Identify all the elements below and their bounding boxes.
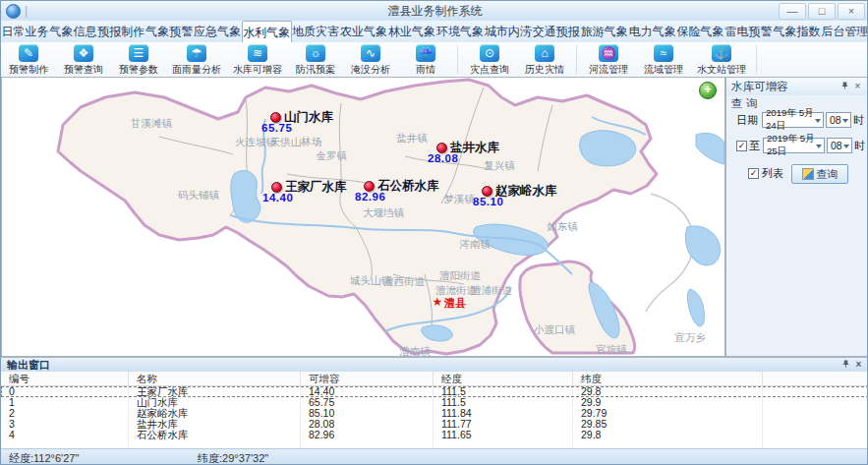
tab-5[interactable]: 应急气象 [194, 21, 242, 42]
alert-params-button[interactable]: ☰预警参数 [111, 42, 166, 77]
tab-16[interactable]: 雷电预警 [724, 21, 773, 42]
tab-17[interactable]: 气象指数 [773, 21, 821, 42]
reservoir-marker[interactable]: 石公桥水库82.96 [355, 178, 473, 203]
reservoir-marker[interactable]: 盐井水库28.08 [428, 140, 546, 165]
maximize-button[interactable]: □ [808, 3, 836, 20]
column-header[interactable]: 纬度 [573, 372, 763, 385]
disaster-history-button[interactable]: ⌂历史灾情 [517, 42, 572, 77]
column-header[interactable]: 可增容 [301, 372, 434, 385]
hour-from-combo[interactable]: 08 [826, 112, 851, 128]
tab-13[interactable]: 旅游气象 [580, 21, 628, 42]
tab-11[interactable]: 城市内涝 [484, 21, 532, 42]
hour-to-combo[interactable]: 08 [827, 138, 852, 153]
table-row[interactable]: 3盐井水库28.08111.7729.85 [1, 419, 868, 430]
column-header[interactable]: 经度 [434, 372, 573, 385]
reservoir-name: 王家厂水库 [285, 179, 347, 196]
reservoir-capacity-panel: 水库可增容 × 查 询 日期 2019年 5月24日 08 时 至 2019年 … [725, 77, 868, 357]
town-label: 涔南镇 [459, 238, 491, 252]
tab-18[interactable]: 后台管理 [821, 21, 868, 42]
tab-2[interactable]: 气象信息 [49, 21, 97, 42]
tab-8[interactable]: 农业气象 [340, 21, 388, 42]
rain-drops-icon: ☔ [416, 44, 435, 62]
river-mgmt-button[interactable]: ♒河流管理 [581, 42, 636, 77]
town-label: 澧阳街道 [439, 269, 481, 283]
town-label: 官垸镇 [596, 343, 627, 357]
status-longitude: 经度:112°6'27" [9, 451, 198, 465]
alert-edit-icon: ✎ [19, 44, 38, 62]
table-row[interactable]: 4石公桥水库82.96111.6529.8 [1, 430, 868, 440]
town-label: 宜万乡 [674, 331, 706, 345]
flood-plan-button[interactable]: ☼防汛预案 [288, 42, 343, 77]
panel-title: 水库可增容 [731, 80, 788, 94]
tab-14[interactable]: 电力气象 [628, 21, 676, 42]
table-cell: 111.77 [434, 419, 573, 430]
date-to-combo[interactable]: 2019年 5月25日 [763, 138, 825, 153]
tab-3[interactable]: 预报制作 [97, 21, 145, 42]
table-row[interactable]: 2赵家峪水库85.10111.8429.79 [1, 408, 868, 419]
disaster-point-button[interactable]: ⊙灾点查询 [462, 42, 517, 77]
table-cell: 29.8 [573, 386, 763, 397]
rain-gauge-icon: ☂ [187, 44, 206, 62]
table-cell: 29.85 [573, 419, 763, 430]
hydro-station-icon: ⚓ [712, 44, 731, 62]
params-list-icon: ☰ [129, 44, 148, 62]
river-sailboat-icon: ♒ [599, 44, 618, 62]
close-panel-icon[interactable]: × [851, 81, 864, 93]
query-button[interactable]: 查询 [791, 164, 848, 184]
map-panel: 甘溪滩镇码头铺镇火连坡镇天供山林场金罗镇盐井镇复兴镇梦溪镇大堰垱镇涔南镇如东镇城… [1, 77, 725, 357]
tab-9[interactable]: 林业气象 [388, 21, 436, 42]
pin-icon[interactable] [839, 81, 851, 93]
reservoir-marker[interactable]: 赵家峪水库85.10 [473, 183, 591, 208]
reservoir-waves-icon: ≋ [248, 44, 267, 62]
town-label: 如东镇 [547, 220, 578, 234]
tab-12[interactable]: 交通预报 [532, 21, 580, 42]
output-close-icon[interactable]: × [852, 359, 865, 372]
area-rainfall-button[interactable]: ☂面雨量分析 [166, 42, 227, 77]
minimize-button[interactable]: — [779, 3, 806, 20]
town-label: 甘溪滩镇 [131, 117, 172, 131]
close-button[interactable]: × [838, 3, 865, 20]
inundation-analysis-button[interactable]: ∿淹没分析 [343, 42, 398, 77]
tab-15[interactable]: 保险气象 [676, 21, 724, 42]
table-cell: 0 [1, 386, 129, 397]
to-date-checkbox[interactable] [736, 141, 747, 151]
date-from-combo[interactable]: 2019年 5月24日 [762, 112, 824, 128]
alert-query-button[interactable]: ❖预警查询 [56, 42, 111, 77]
reservoir-capacity-value: 14.40 [262, 192, 293, 203]
list-checkbox[interactable] [748, 168, 759, 179]
town-label: 澧西街道 [383, 275, 425, 289]
tab-10[interactable]: 环境气象 [435, 21, 484, 42]
reservoir-capacity-button[interactable]: ≋水库可增容 [227, 42, 288, 77]
alert-compose-button[interactable]: ✎预警制作 [1, 42, 56, 77]
menu-tabs: 日常业务气象信息预报制作气象预警应急气象水利气象地质灾害农业气象林业气象环境气象… [1, 21, 868, 43]
table-cell: 王家厂水库 [129, 386, 301, 397]
tab-4[interactable]: 气象预警 [145, 21, 194, 42]
town-label: 城头山镇 [350, 274, 391, 288]
table-row[interactable]: 1山门水库65.75111.529.9 [1, 397, 868, 408]
tab-6[interactable]: 水利气象 [242, 21, 292, 42]
town-label: 小渡口镇 [534, 323, 575, 337]
town-label: 码头铺镇 [178, 189, 219, 203]
town-label: 澧南镇 [399, 345, 431, 357]
reservoir-capacity-value: 28.08 [428, 152, 458, 164]
tab-1[interactable]: 日常业务 [1, 21, 49, 42]
add-layer-button[interactable]: + [699, 82, 717, 99]
reservoir-marker[interactable]: 山门水库65.75 [261, 109, 379, 135]
output-pin-icon[interactable] [839, 359, 852, 372]
table-cell: 1 [1, 397, 129, 408]
table-row[interactable]: 0王家厂水库14.40111.529.8 [1, 386, 868, 397]
column-header[interactable]: 编号 [1, 372, 129, 385]
rain-info-button[interactable]: ☔雨情 [398, 42, 453, 77]
table-cell: 2 [1, 408, 129, 419]
county-seat-star-icon: ★ [433, 295, 443, 309]
table-cell: 石公桥水库 [129, 430, 301, 440]
output-window: 输出窗口 × 编号名称可增容经度纬度 0王家厂水库14.40111.529.81… [1, 357, 868, 448]
table-cell: 29.9 [573, 397, 763, 408]
toolbar-separator [457, 45, 458, 74]
basin-mgmt-button[interactable]: ≈流域管理 [636, 42, 691, 77]
column-header[interactable]: 名称 [129, 372, 301, 385]
hydro-station-button[interactable]: ⚓水文站管理 [691, 42, 752, 77]
tab-7[interactable]: 地质灾害 [292, 21, 340, 42]
table-cell: 111.5 [434, 386, 573, 397]
map-overlay: 甘溪滩镇码头铺镇火连坡镇天供山林场金罗镇盐井镇复兴镇梦溪镇大堰垱镇涔南镇如东镇城… [2, 78, 724, 356]
